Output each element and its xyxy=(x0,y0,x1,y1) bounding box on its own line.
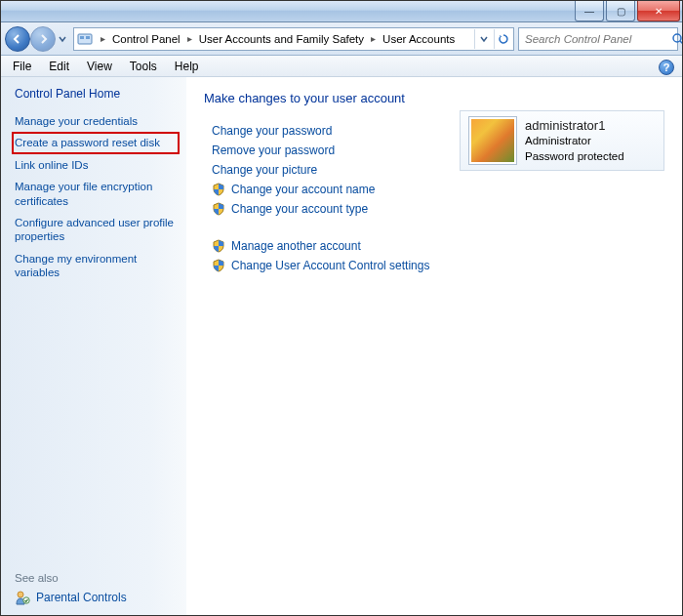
task-change-account-name[interactable]: Change your account name xyxy=(212,180,664,199)
account-card: administrator1 Administrator Password pr… xyxy=(460,110,664,171)
close-button[interactable]: ✕ xyxy=(637,1,680,21)
sidebar-link-env-variables[interactable]: Change my environment variables xyxy=(15,248,181,284)
window-titlebar: — ▢ ✕ xyxy=(1,1,682,22)
uac-shield-icon xyxy=(212,183,225,196)
menu-view[interactable]: View xyxy=(79,58,120,75)
nav-history-dropdown[interactable] xyxy=(56,26,69,52)
address-dropdown-button[interactable] xyxy=(474,29,492,49)
sidebar: Control Panel Home Manage your credentia… xyxy=(1,77,186,615)
chevron-down-icon xyxy=(59,35,66,43)
task-label: Change your account type xyxy=(231,202,368,216)
account-status: Password protected xyxy=(525,149,624,165)
task-manage-another-account[interactable]: Manage another account xyxy=(212,236,664,256)
minimize-icon: — xyxy=(584,6,594,17)
task-change-account-type[interactable]: Change your account type xyxy=(212,199,664,219)
navigation-bar: ▸ Control Panel ▸ User Accounts and Fami… xyxy=(1,22,682,56)
task-label: Remove your password xyxy=(212,144,335,157)
flower-icon xyxy=(471,119,514,162)
sidebar-link-credentials[interactable]: Manage your credentials xyxy=(15,110,181,132)
address-bar[interactable]: ▸ Control Panel ▸ User Accounts and Fami… xyxy=(73,27,514,51)
search-icon[interactable] xyxy=(671,32,683,46)
breadcrumb-separator: ▸ xyxy=(368,33,379,44)
task-label: Manage another account xyxy=(231,239,361,253)
refresh-icon xyxy=(498,33,509,45)
nav-arrows xyxy=(5,26,69,52)
svg-point-5 xyxy=(18,592,23,597)
task-label: Change your password xyxy=(212,124,332,138)
sidebar-link-advanced-profile[interactable]: Configure advanced user profile properti… xyxy=(15,212,181,248)
page-heading: Make changes to your user account xyxy=(204,91,664,105)
svg-rect-1 xyxy=(80,36,84,39)
sidebar-link-password-reset-disk[interactable]: Create a password reset disk xyxy=(13,133,179,152)
breadcrumb-separator: ▸ xyxy=(98,33,108,44)
content-area: ? Make changes to your user account Chan… xyxy=(186,77,682,615)
task-label: Change User Account Control settings xyxy=(231,259,429,272)
svg-rect-2 xyxy=(86,36,90,39)
breadcrumb-item[interactable]: User Accounts xyxy=(379,28,459,50)
search-input[interactable] xyxy=(523,32,671,46)
parental-controls-icon xyxy=(15,590,30,605)
breadcrumb-separator: ▸ xyxy=(184,33,195,44)
search-box[interactable] xyxy=(518,27,678,51)
account-role: Administrator xyxy=(525,134,624,149)
sidebar-link-encryption-certs[interactable]: Manage your file encryption certificates xyxy=(15,176,181,212)
account-info: administrator1 Administrator Password pr… xyxy=(525,117,624,165)
forward-button[interactable] xyxy=(30,26,56,52)
breadcrumb-item[interactable]: Control Panel xyxy=(108,28,184,50)
menu-bar: File Edit View Tools Help xyxy=(1,56,682,77)
account-name: administrator1 xyxy=(525,117,624,135)
menu-help[interactable]: Help xyxy=(167,58,207,75)
menu-tools[interactable]: Tools xyxy=(122,58,165,75)
uac-shield-icon xyxy=(212,239,225,253)
maximize-icon: ▢ xyxy=(617,6,625,17)
task-label: Change your account name xyxy=(231,183,375,196)
svg-point-3 xyxy=(673,34,681,42)
chevron-down-icon xyxy=(480,35,488,43)
breadcrumb-item[interactable]: User Accounts and Family Safety xyxy=(195,28,368,50)
minimize-button[interactable]: — xyxy=(575,1,604,21)
uac-shield-icon xyxy=(212,202,225,216)
control-panel-home-link[interactable]: Control Panel Home xyxy=(15,87,181,101)
uac-shield-icon xyxy=(212,259,225,272)
maximize-button[interactable]: ▢ xyxy=(606,1,635,21)
parental-controls-label: Parental Controls xyxy=(36,591,127,604)
main-area: Control Panel Home Manage your credentia… xyxy=(1,77,682,615)
arrow-left-icon xyxy=(12,33,23,45)
arrow-right-icon xyxy=(37,33,49,45)
help-button[interactable]: ? xyxy=(659,60,674,75)
task-uac-settings[interactable]: Change User Account Control settings xyxy=(212,256,664,275)
parental-controls-link[interactable]: Parental Controls xyxy=(15,590,181,605)
task-label: Change your picture xyxy=(212,163,317,177)
task-group-2: Manage another account Change User Accou… xyxy=(212,236,664,275)
account-picture[interactable] xyxy=(468,116,517,165)
close-icon: ✕ xyxy=(655,6,663,17)
refresh-button[interactable] xyxy=(494,29,511,49)
back-button[interactable] xyxy=(5,26,30,52)
menu-edit[interactable]: Edit xyxy=(41,58,77,75)
control-panel-icon xyxy=(76,30,94,48)
sidebar-link-online-ids[interactable]: Link online IDs xyxy=(15,154,181,176)
menu-file[interactable]: File xyxy=(5,58,39,75)
see-also-label: See also xyxy=(15,572,181,584)
